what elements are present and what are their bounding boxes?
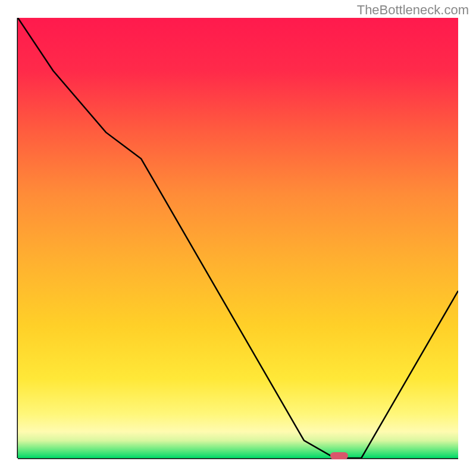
plot-area — [18, 18, 458, 458]
watermark-text: TheBottleneck.com — [357, 2, 469, 18]
optimal-marker — [330, 452, 348, 459]
bottleneck-curve — [18, 18, 458, 458]
chart-container: TheBottleneck.com — [0, 0, 476, 476]
